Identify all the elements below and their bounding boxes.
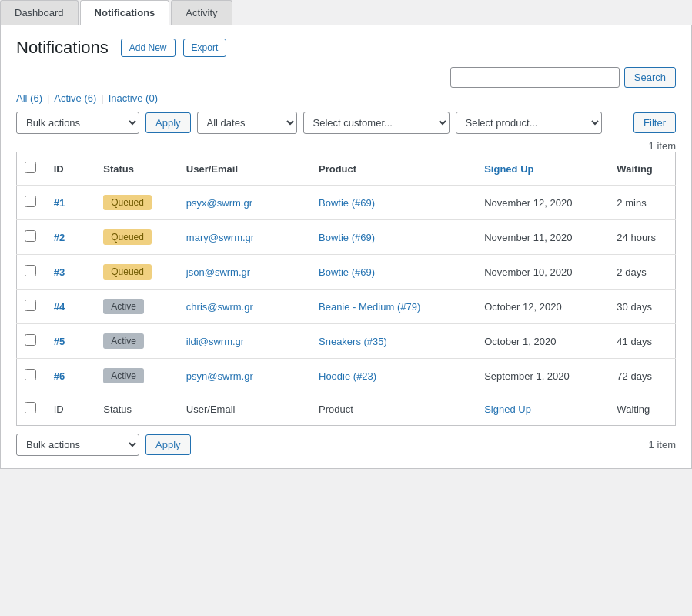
row-id-link[interactable]: #4 <box>54 301 65 313</box>
row-checkbox[interactable] <box>25 369 36 380</box>
row-email-link[interactable]: json@swrm.gr <box>186 266 250 278</box>
tab-notifications[interactable]: Notifications <box>80 0 170 25</box>
main-content: Notifications Add New Export Search All … <box>0 25 692 469</box>
row-waiting: 2 days <box>609 255 675 290</box>
footer-email-label: User/Email <box>179 393 311 426</box>
status-badge: Queued <box>103 195 152 210</box>
row-email-link[interactable]: mary@swrm.gr <box>186 232 254 243</box>
search-input[interactable] <box>450 67 620 88</box>
row-checkbox[interactable] <box>25 196 36 207</box>
row-email-link[interactable]: chris@swrm.gr <box>186 301 253 313</box>
page-title-row: Notifications Add New Export <box>16 38 676 58</box>
bottom-bulk-actions-select[interactable]: Bulk actions Delete <box>16 434 139 456</box>
row-product-link[interactable]: Bowtie (#69) <box>319 232 375 243</box>
filter-button[interactable]: Filter <box>633 112 676 133</box>
row-id-link[interactable]: #2 <box>54 232 65 243</box>
filter-sep-2: | <box>101 92 103 104</box>
tab-activity[interactable]: Activity <box>171 0 232 25</box>
row-status: Active <box>95 324 179 359</box>
row-id: #4 <box>46 290 96 324</box>
filter-all-link[interactable]: All (6) <box>16 92 42 104</box>
row-waiting: 30 days <box>609 290 675 324</box>
table-row: #1 Queued psyx@swrm.gr Bowtie (#69) Nove… <box>17 186 676 220</box>
bulk-apply-button[interactable]: Apply <box>145 112 191 133</box>
row-status: Queued <box>95 186 179 220</box>
select-all-checkbox[interactable] <box>25 162 36 173</box>
row-status: Active <box>95 359 179 393</box>
row-product-link[interactable]: Beanie - Medium (#79) <box>319 301 420 313</box>
row-id: #5 <box>46 324 96 359</box>
customer-filter-select[interactable]: Select customer... <box>303 112 450 134</box>
table-row: #2 Queued mary@swrm.gr Bowtie (#69) Nove… <box>17 220 676 255</box>
row-checkbox-cell <box>17 186 46 220</box>
row-email-link[interactable]: psyn@swrm.gr <box>186 370 253 382</box>
row-product: Bowtie (#69) <box>311 186 476 220</box>
row-email: psyn@swrm.gr <box>179 359 311 393</box>
row-status: Queued <box>95 220 179 255</box>
search-button[interactable]: Search <box>624 67 676 88</box>
product-filter-select[interactable]: Select product... <box>456 112 602 134</box>
row-product-link[interactable]: Bowtie (#69) <box>319 197 375 209</box>
footer-signedup-label[interactable]: Signed Up <box>476 393 609 426</box>
row-email-link[interactable]: ildi@swrm.gr <box>186 336 244 347</box>
col-header-signedup[interactable]: Signed Up <box>476 152 609 186</box>
item-count-bottom: 1 item <box>649 439 676 450</box>
row-signed-up: November 12, 2020 <box>476 186 609 220</box>
row-id-link[interactable]: #3 <box>54 266 65 278</box>
table-body: #1 Queued psyx@swrm.gr Bowtie (#69) Nove… <box>17 186 676 393</box>
bulk-actions-select[interactable]: Bulk actions Delete <box>16 112 139 134</box>
row-waiting: 24 hours <box>609 220 675 255</box>
select-all-header <box>17 152 46 186</box>
filter-inactive-link[interactable]: Inactive (0) <box>109 92 158 104</box>
bottom-apply-button[interactable]: Apply <box>145 434 191 455</box>
status-badge: Active <box>103 368 144 383</box>
col-header-waiting: Waiting <box>609 152 675 186</box>
row-email: json@swrm.gr <box>179 255 311 290</box>
row-waiting: 41 days <box>609 324 675 359</box>
col-header-email: User/Email <box>179 152 311 186</box>
row-id-link[interactable]: #5 <box>54 336 65 347</box>
filter-sep-1: | <box>47 92 49 104</box>
row-email-link[interactable]: psyx@swrm.gr <box>186 197 252 209</box>
add-new-button[interactable]: Add New <box>121 38 176 57</box>
row-signed-up: October 12, 2020 <box>476 290 609 324</box>
row-signed-up: November 10, 2020 <box>476 255 609 290</box>
row-email: ildi@swrm.gr <box>179 324 311 359</box>
footer-cb <box>17 393 46 426</box>
item-count-top: 1 item <box>16 140 676 152</box>
row-checkbox[interactable] <box>25 300 36 311</box>
row-checkbox[interactable] <box>25 230 36 242</box>
row-product-link[interactable]: Sneakers (#35) <box>319 336 387 347</box>
top-nav-tabs: Dashboard Notifications Activity <box>0 0 692 25</box>
filter-active-link[interactable]: Active (6) <box>54 92 96 104</box>
row-id: #1 <box>46 186 96 220</box>
tab-dashboard[interactable]: Dashboard <box>0 0 79 25</box>
footer-select-all-checkbox[interactable] <box>25 402 36 413</box>
row-waiting: 72 days <box>609 359 675 393</box>
row-id: #2 <box>46 220 96 255</box>
row-checkbox[interactable] <box>25 265 36 276</box>
table-row: #3 Queued json@swrm.gr Bowtie (#69) Nove… <box>17 255 676 290</box>
row-product: Bowtie (#69) <box>311 220 476 255</box>
row-product: Bowtie (#69) <box>311 255 476 290</box>
row-checkbox-cell <box>17 255 46 290</box>
row-product-link[interactable]: Hoodie (#23) <box>319 370 376 382</box>
row-email: mary@swrm.gr <box>179 220 311 255</box>
row-checkbox[interactable] <box>25 334 36 346</box>
date-filter-select[interactable]: All dates <box>197 112 297 134</box>
row-checkbox-cell <box>17 324 46 359</box>
status-badge: Active <box>103 299 144 314</box>
export-button[interactable]: Export <box>183 38 227 57</box>
row-status: Queued <box>95 255 179 290</box>
row-email: psyx@swrm.gr <box>179 186 311 220</box>
filter-links: All (6) | Active (6) | Inactive (0) <box>16 92 676 104</box>
row-product-link[interactable]: Bowtie (#69) <box>319 266 375 278</box>
row-id-link[interactable]: #6 <box>54 370 65 382</box>
row-product: Hoodie (#23) <box>311 359 476 393</box>
row-signed-up: October 1, 2020 <box>476 324 609 359</box>
table-row: #4 Active chris@swrm.gr Beanie - Medium … <box>17 290 676 324</box>
row-signed-up: November 11, 2020 <box>476 220 609 255</box>
bottom-row: Bulk actions Delete Apply 1 item <box>16 434 676 456</box>
row-id-link[interactable]: #1 <box>54 197 65 209</box>
table-header-row: ID Status User/Email Product Signed Up W… <box>17 152 676 186</box>
